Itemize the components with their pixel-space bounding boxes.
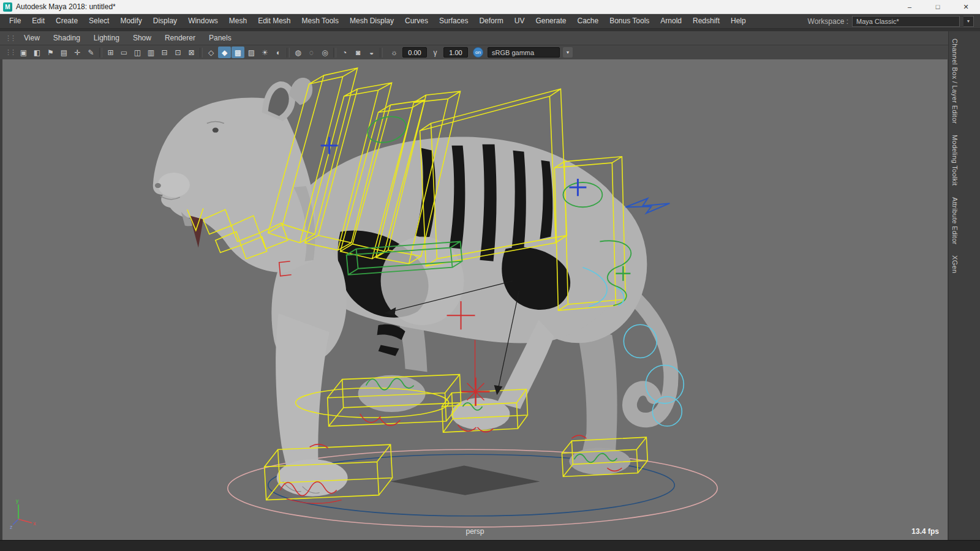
fps-counter: 13.4 fps	[911, 527, 939, 536]
axis-z-label: z	[10, 524, 13, 530]
panel-menu-item[interactable]: Panels	[202, 31, 238, 45]
window-title-bar: M Autodesk Maya 2018: untitled* – □ ✕	[0, 0, 980, 14]
safe-title-icon[interactable]: ⊠	[185, 47, 198, 58]
panel-menu-item[interactable]: Renderer	[158, 31, 202, 45]
checkerboard-icon[interactable]: ▨	[245, 47, 258, 58]
separator	[200, 48, 203, 58]
menu-item[interactable]: Generate	[530, 14, 571, 28]
side-panel-tab[interactable]: XGen	[951, 255, 959, 273]
menu-item[interactable]: Create	[50, 14, 83, 28]
menu-item[interactable]: Mesh	[224, 14, 252, 28]
maximize-button[interactable]: □	[924, 0, 952, 13]
color-management-toggle[interactable]: on	[473, 47, 483, 58]
axis-gizmo: y x z	[10, 497, 38, 530]
gate-mask-icon[interactable]: ▥	[145, 47, 157, 58]
workspace-value: Maya Classic*	[856, 18, 899, 25]
viewport-canvas[interactable]	[2, 59, 948, 540]
menu-item[interactable]: Display	[148, 14, 183, 28]
safe-action-icon[interactable]: ⊡	[172, 47, 184, 58]
panel-grip-handle[interactable]: ⋮⋮	[2, 34, 17, 42]
viewport-toolbar: ⋮⋮ ▣◧⚑▤✛✎⊞▭◫▥⊟⊡⊠◇◆▩▨☀◐◍◌◎◔◙◒ ☼ 0.00 γ 1.…	[0, 45, 948, 59]
workspace-selector[interactable]: Maya Classic*	[852, 16, 960, 27]
grease-pencil-icon[interactable]: ✎	[85, 47, 97, 58]
menu-item[interactable]: Windows	[183, 14, 224, 28]
separator	[287, 48, 290, 58]
main-menu-bar: FileEditCreateSelectModifyDisplayWindows…	[0, 14, 980, 29]
workspace-label: Workspace :	[808, 17, 848, 26]
menu-item[interactable]: Mesh Tools	[296, 14, 344, 28]
menu-item[interactable]: Edit Mesh	[252, 14, 296, 28]
gamma-icon[interactable]: γ	[429, 47, 442, 58]
resolution-gate-icon[interactable]: ◫	[131, 47, 144, 58]
window-title: Autodesk Maya 2018: untitled*	[16, 2, 895, 11]
x-ray-icon[interactable]: ◙	[352, 47, 364, 58]
perspective-viewport[interactable]: y x z persp 13.4 fps	[0, 59, 948, 540]
panel-menu-item[interactable]: Show	[126, 31, 158, 45]
panel-menu-item[interactable]: Lighting	[87, 31, 126, 45]
axis-x-label: x	[33, 520, 36, 527]
menu-item[interactable]: Surfaces	[434, 14, 473, 28]
wireframe-icon[interactable]: ◇	[205, 47, 217, 58]
toolbar-grip-handle[interactable]: ⋮⋮	[2, 48, 17, 56]
gamma-field[interactable]: 1.00	[443, 47, 468, 58]
menu-item[interactable]: Deform	[473, 14, 508, 28]
panel-menu-bar: ⋮⋮ ViewShadingLightingShowRendererPanels	[0, 31, 948, 45]
two-d-pan-zoom-icon[interactable]: ✛	[71, 47, 84, 58]
close-button[interactable]: ✕	[952, 0, 980, 13]
shadows-icon[interactable]: ◐	[272, 47, 285, 58]
ambient-occlusion-icon[interactable]: ◍	[292, 47, 304, 58]
separator	[380, 48, 383, 58]
anti-alias-icon[interactable]: ◎	[318, 47, 331, 58]
menu-item[interactable]: Select	[83, 14, 115, 28]
minimize-button[interactable]: –	[895, 0, 924, 13]
axis-y-label: y	[16, 498, 19, 504]
workspace-area: Workspace : Maya Classic* ▼	[808, 16, 980, 27]
menu-item[interactable]: Edit	[26, 14, 50, 28]
menu-item[interactable]: Redshift	[687, 14, 725, 28]
field-chart-icon[interactable]: ⊟	[158, 47, 171, 58]
menu-item[interactable]: File	[4, 14, 26, 28]
side-panel-tab[interactable]: Modeling Toolkit	[951, 135, 959, 186]
panel-menu-item[interactable]: Shading	[47, 31, 87, 45]
bookmark-icon[interactable]: ⚑	[44, 47, 57, 58]
menu-item[interactable]: Bonus Tools	[604, 14, 655, 28]
view-transform-select[interactable]: sRGB gamma	[488, 47, 560, 58]
view-transform-dropdown-arrow[interactable]: ▼	[563, 47, 573, 58]
camera-attributes-icon[interactable]: ◧	[31, 47, 43, 58]
right-panel-tab-strip: Channel Box / Layer EditorModeling Toolk…	[948, 31, 980, 540]
motion-blur-icon[interactable]: ◌	[305, 47, 318, 58]
toolbar-icons: ▣◧⚑▤✛✎⊞▭◫▥⊟⊡⊠◇◆▩▨☀◐◍◌◎◔◙◒	[17, 47, 384, 58]
menu-item[interactable]: Mesh Display	[344, 14, 399, 28]
panel-menu-item[interactable]: View	[17, 31, 47, 45]
menu-item[interactable]: Curves	[399, 14, 434, 28]
use-all-lights-icon[interactable]: ☀	[258, 47, 271, 58]
smooth-shade-icon[interactable]: ◆	[218, 47, 231, 58]
menu-item[interactable]: Arnold	[655, 14, 687, 28]
menu-item[interactable]: UV	[509, 14, 530, 28]
menu-item[interactable]: Help	[725, 14, 752, 28]
panel-menus: ViewShadingLightingShowRendererPanels	[17, 31, 238, 45]
scene-camera-icon[interactable]: ▣	[17, 47, 30, 58]
film-gate-icon[interactable]: ▭	[118, 47, 130, 58]
side-panel-tab[interactable]: Attribute Editor	[951, 197, 959, 245]
bottom-edge-bar	[0, 540, 980, 551]
maya-logo-icon: M	[3, 2, 12, 12]
camera-name-label: persp	[466, 527, 484, 536]
side-panel-tab[interactable]: Channel Box / Layer Editor	[951, 39, 959, 124]
color-management-controls: ☼ 0.00 γ 1.00 on sRGB gamma ▼	[388, 47, 573, 58]
image-plane-icon[interactable]: ▤	[58, 47, 70, 58]
joints-x-ray-icon[interactable]: ◒	[365, 47, 378, 58]
tiger-model[interactable]	[153, 78, 671, 497]
exposure-icon[interactable]: ☼	[388, 47, 401, 58]
grid-icon[interactable]: ⊞	[104, 47, 117, 58]
workspace-dropdown-arrow[interactable]: ▼	[963, 16, 974, 27]
separator	[99, 48, 102, 58]
separator	[333, 48, 336, 58]
exposure-field[interactable]: 0.00	[402, 47, 427, 58]
menu-item[interactable]: Cache	[571, 14, 604, 28]
main-menus: FileEditCreateSelectModifyDisplayWindows…	[4, 14, 752, 28]
menu-item[interactable]: Modify	[115, 14, 147, 28]
textured-icon[interactable]: ▩	[232, 47, 244, 58]
isolate-select-icon[interactable]: ◔	[338, 47, 351, 58]
